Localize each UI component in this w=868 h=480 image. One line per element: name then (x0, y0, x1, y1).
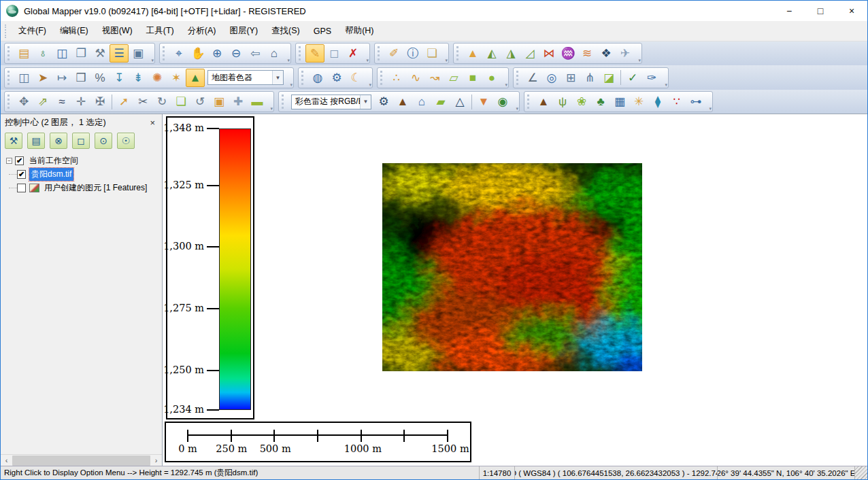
view-3d-button[interactable]: ❒ (71, 69, 90, 87)
daylight-shader-button[interactable]: ✶ (167, 69, 186, 87)
slope-shader-button[interactable]: % (90, 69, 110, 87)
tree-item-workspace[interactable]: −✔当前工作空间 (2, 154, 161, 167)
rotate-feature-button[interactable]: ↺ (190, 92, 210, 111)
scrollbar-thumb[interactable] (12, 456, 150, 466)
resize-grip[interactable] (855, 466, 867, 479)
close-button[interactable]: × (836, 1, 867, 21)
split-view-button[interactable]: ◫ (14, 69, 33, 87)
line-of-sight-button[interactable]: ⋈ (539, 44, 558, 63)
lidar-classify-buildings-button[interactable]: ⌂ (412, 92, 431, 111)
create-point-button[interactable]: ∴ (387, 69, 406, 87)
move-vertex-button[interactable]: ✛ (71, 92, 90, 111)
menu-gps[interactable]: GPS (307, 24, 338, 39)
split-line-button[interactable]: ✂ (133, 92, 152, 111)
picture-search-button[interactable]: ❏ (422, 44, 441, 63)
path-profile-button[interactable]: ◿ (520, 44, 539, 63)
lidar-show-medium-vegetation-button[interactable]: ❀ (572, 92, 591, 111)
lidar-show-high-vegetation-button[interactable]: ♣ (591, 92, 610, 111)
lidar-auto-classify-button[interactable]: ⚙ (374, 92, 393, 111)
custom-shader-settings-button[interactable]: ✺ (148, 69, 167, 87)
generate-contours-button[interactable]: ◭ (482, 44, 501, 63)
layer-checkbox[interactable]: ✔ (17, 170, 26, 179)
menu-help[interactable]: 帮助(H) (338, 22, 380, 39)
zoom-out-button[interactable]: ⊖ (227, 44, 246, 63)
layer-options-button[interactable]: ⚒ (5, 133, 22, 149)
extend-line-button[interactable]: ➚ (114, 92, 133, 111)
scroll-right-icon[interactable]: › (150, 455, 162, 466)
fly-through-button[interactable]: ✈ (616, 44, 635, 63)
layer-label[interactable]: 贵阳dsm.tif (29, 168, 73, 181)
gps-pointer-button[interactable]: ➤ (33, 69, 52, 87)
control-center-button[interactable]: ☰ (110, 44, 129, 63)
crop-layer-button[interactable]: ◻ (72, 133, 90, 149)
rotate-vertices-button[interactable]: ↻ (152, 92, 171, 111)
compare-terrain-layers-button[interactable]: ≋ (578, 44, 597, 63)
layer-checkbox[interactable] (17, 184, 26, 192)
previous-view-button[interactable]: ⇦ (246, 44, 265, 63)
select-rectangle-button[interactable]: ◻ (324, 44, 344, 63)
measure-tool-button[interactable]: ✐ (384, 44, 403, 63)
feature-info-button[interactable]: ⓘ (403, 44, 422, 63)
zoom-tool-button[interactable]: ⌖ (169, 44, 188, 63)
create-area-button[interactable]: ▱ (444, 69, 463, 87)
menu-search[interactable]: 查找(S) (265, 22, 307, 39)
lidar-show-low-vegetation-button[interactable]: ψ (553, 92, 572, 111)
lidar-show-ground-button[interactable]: ▲ (534, 92, 553, 111)
show-elevation-legend-button[interactable]: ▲ (463, 44, 482, 63)
panel-horizontal-scrollbar[interactable]: ‹ › (1, 454, 162, 466)
create-line-button[interactable]: ∿ (406, 69, 425, 87)
online-maps-button[interactable]: ☾ (346, 69, 365, 87)
close-layer-button[interactable]: ⊗ (50, 133, 67, 149)
create-range-rings-button[interactable]: ◎ (542, 69, 561, 87)
lidar-show-noise-button[interactable]: ∵ (667, 92, 686, 111)
online-source-config-button[interactable]: ⚙ (327, 69, 346, 87)
layer-label[interactable]: 当前工作空间 (27, 154, 80, 167)
save-workspace-button[interactable]: ◫ (52, 44, 71, 63)
paint-area-button[interactable]: ◪ (599, 69, 618, 87)
lidar-filter-button[interactable]: ▼ (474, 92, 493, 111)
tree-expander-icon[interactable]: − (6, 158, 12, 164)
digitizer-tool-button[interactable]: ✎ (305, 44, 324, 63)
delete-vertex-button[interactable]: ✠ (90, 92, 110, 111)
lidar-show-powerlines-button[interactable]: ✳ (629, 92, 648, 111)
menu-layer[interactable]: 图层(Y) (222, 22, 265, 39)
layer-checkbox[interactable]: ✔ (15, 156, 24, 165)
duplicate-feature-button[interactable]: ❏ (171, 92, 190, 111)
lidar-show-unclassified-button[interactable]: ⊶ (686, 92, 705, 111)
clear-selection-button[interactable]: ✗ (344, 44, 363, 63)
lidar-draw-mode-combo[interactable]: 彩色雷达 按RGB/Elev▼ (291, 95, 371, 109)
view-shed-analysis-button[interactable]: ◮ (501, 44, 520, 63)
connect-online-data-button[interactable]: ♁ (33, 44, 52, 63)
menu-view[interactable]: 视图(W) (95, 22, 139, 39)
lidar-color-picker-button[interactable]: ◉ (493, 92, 512, 111)
raster-palette-button[interactable]: ❖ (597, 44, 616, 63)
maximize-button[interactable]: □ (805, 1, 836, 21)
create-rectangle-button[interactable]: ■ (463, 69, 482, 87)
create-circle-button[interactable]: ● (482, 69, 501, 87)
scroll-left-icon[interactable]: ‹ (1, 455, 12, 466)
chevron-down-icon[interactable]: ▼ (272, 71, 283, 84)
map-view[interactable]: 1,348 m1,325 m1,300 m1,275 m1,250 m1,234… (163, 114, 867, 466)
menu-file[interactable]: 文件(F) (12, 22, 53, 39)
watershed-analysis-button[interactable]: ♒ (558, 44, 578, 63)
full-view-button[interactable]: ⌂ (265, 44, 284, 63)
create-line-by-angle-button[interactable]: ∠ (523, 69, 542, 87)
show-graticule-button[interactable]: ◍ (308, 69, 327, 87)
validate-feature-button[interactable]: ✓ (623, 69, 642, 87)
pan-tool-button[interactable]: ✋ (188, 44, 207, 63)
water-level-rise-button[interactable]: ↧ (110, 69, 129, 87)
create-grid-button[interactable]: ⊞ (561, 69, 580, 87)
tree-item-layer[interactable]: ✔贵阳dsm.tif (2, 167, 161, 181)
create-freehand-button[interactable]: ↝ (425, 69, 444, 87)
lidar-create-tin-button[interactable]: △ (450, 92, 469, 111)
minimize-button[interactable]: − (773, 1, 805, 21)
eraser-tool-button[interactable]: ▬ (248, 92, 267, 111)
crop-features-button[interactable]: ✚ (229, 92, 248, 111)
open-file-button[interactable]: ▤ (14, 44, 33, 63)
zoom-in-button[interactable]: ⊕ (207, 44, 227, 63)
map-layout-button[interactable]: ❐ (71, 44, 90, 63)
water-level-drop-button[interactable]: ⇟ (129, 69, 148, 87)
layer-metadata-button[interactable]: ▤ (27, 133, 45, 149)
dsm-raster-image[interactable] (382, 163, 642, 371)
configuration-button[interactable]: ⚒ (90, 44, 110, 63)
